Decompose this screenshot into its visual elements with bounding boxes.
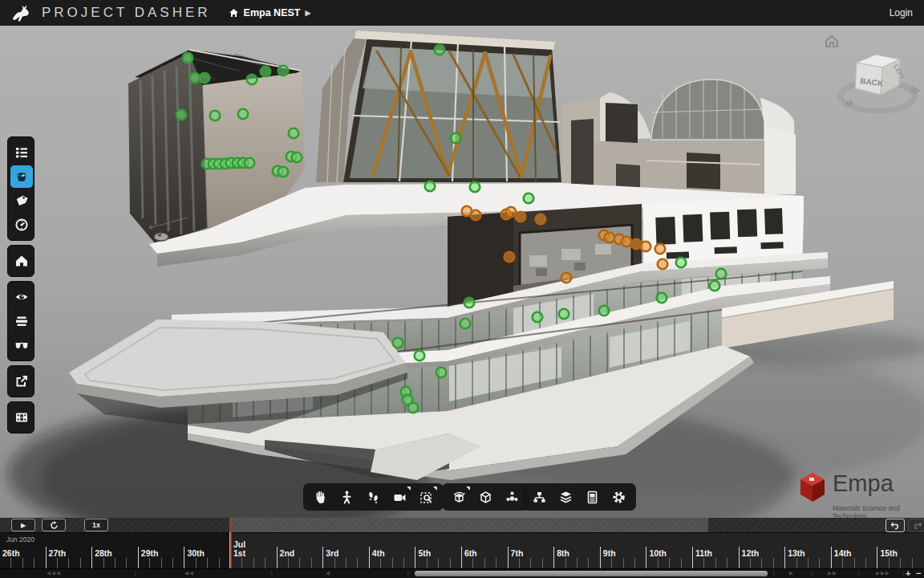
sensor-dot-green[interactable] xyxy=(200,73,210,83)
breadcrumb[interactable]: Empa NEST ▶ xyxy=(229,7,311,18)
timeline-scrollbar[interactable]: + − ◀◀◀❘◀◀❘◀❘❘▶❘▶▶❘▶▶▶❘ xyxy=(0,568,924,578)
timeline-zoom-out-button[interactable]: − xyxy=(916,568,921,578)
sensor-dot-green[interactable] xyxy=(278,167,289,177)
sensor-dot-green[interactable] xyxy=(435,45,445,55)
model-list-button[interactable] xyxy=(10,141,33,164)
settings-gear-icon xyxy=(611,490,626,505)
sensor-dot-green[interactable] xyxy=(599,306,610,316)
sensor-dot-green[interactable] xyxy=(436,368,447,378)
timeline-scroll-step[interactable]: ❘ xyxy=(902,570,906,576)
timeline-scroll-step[interactable]: ▶ xyxy=(789,570,794,576)
sensor-dot-green[interactable] xyxy=(710,281,720,291)
sensor-dot-green[interactable] xyxy=(533,312,543,323)
timeline-scroll-step[interactable]: ◀◀◀ xyxy=(47,570,61,576)
sensor-dot-green[interactable] xyxy=(716,269,727,279)
viewcube-home-button[interactable] xyxy=(826,36,837,47)
sensor-dot-orange[interactable] xyxy=(655,244,666,254)
cube-view-button[interactable] xyxy=(473,485,498,509)
model-tree-button[interactable] xyxy=(527,485,552,509)
timeline-scroll-step[interactable]: ❘ xyxy=(406,570,411,576)
xray-glasses-button[interactable] xyxy=(10,334,33,356)
share-button[interactable] xyxy=(10,370,33,393)
redo-button[interactable] xyxy=(908,519,924,532)
sensor-dot-green[interactable] xyxy=(292,153,302,163)
sensor-dot-orange[interactable] xyxy=(631,239,642,250)
timeline-scroll-step[interactable]: ❘ xyxy=(772,570,776,576)
sensor-dot-green[interactable] xyxy=(559,309,569,320)
walk-button[interactable] xyxy=(334,485,359,509)
sensor-dot-green[interactable] xyxy=(289,128,299,139)
loop-button[interactable] xyxy=(42,519,66,531)
timeline-scroll-step[interactable]: ◀ xyxy=(326,570,330,576)
timeline-transport-strip[interactable]: ▶ 1x xyxy=(0,518,924,532)
sensor-dot-green[interactable] xyxy=(238,109,249,120)
properties-button[interactable] xyxy=(580,485,605,509)
sensor-dot-green[interactable] xyxy=(524,193,534,204)
sensor-dot-orange[interactable] xyxy=(536,214,546,225)
timeline-scroll-step[interactable]: ▶▶▶ xyxy=(876,570,890,576)
tags-button[interactable] xyxy=(10,189,33,212)
explode-button[interactable] xyxy=(500,485,525,509)
pan-hand-button[interactable] xyxy=(308,485,333,509)
timeline-scroll-step[interactable]: ◀◀ xyxy=(184,570,194,576)
timeline-scroll-step[interactable]: ❘ xyxy=(133,570,138,576)
sensor-dot-green[interactable] xyxy=(408,403,419,413)
sensor-dot-orange[interactable] xyxy=(561,273,572,283)
sensor-dot-orange[interactable] xyxy=(641,242,651,252)
sensor-dot-green[interactable] xyxy=(210,111,221,121)
timeline-scroll-step[interactable]: ❘ xyxy=(857,570,861,576)
sensor-dot-orange[interactable] xyxy=(622,237,632,247)
play-button[interactable]: ▶ xyxy=(11,519,35,531)
sensor-dot-green[interactable] xyxy=(261,67,271,77)
sensor-dot-orange[interactable] xyxy=(505,252,515,263)
sensor-dot-orange[interactable] xyxy=(658,259,668,270)
timeline-current-marker[interactable] xyxy=(229,518,232,568)
home-view-button[interactable] xyxy=(10,250,33,272)
timeline-scroll-step[interactable]: ❘ xyxy=(810,570,815,576)
footprints-button[interactable] xyxy=(361,485,386,509)
sensor-dot-green[interactable] xyxy=(425,181,436,192)
sensor-dot-green[interactable] xyxy=(247,75,257,85)
zoom-window-button[interactable] xyxy=(414,485,439,509)
sensor-dot-green[interactable] xyxy=(470,182,480,193)
sensor-dot-green[interactable] xyxy=(464,298,475,308)
sensor-dot-green[interactable] xyxy=(245,158,255,169)
timeline-scroll-step[interactable]: ❘ xyxy=(270,570,274,576)
sensor-dot-orange[interactable] xyxy=(605,233,615,243)
viewcube[interactable]: N W BACK LEFT xyxy=(820,31,922,120)
sensor-dot-green[interactable] xyxy=(460,319,471,329)
camera-button[interactable] xyxy=(387,485,412,509)
sensor-dot-orange[interactable] xyxy=(516,212,526,222)
building-model-canvas[interactable] xyxy=(0,26,924,518)
orbit-button[interactable] xyxy=(447,485,472,509)
login-button[interactable]: Login xyxy=(890,7,913,18)
timeline-ruler[interactable]: Jun 2020 26th27th28th29th30th1stJul2nd3r… xyxy=(0,532,924,569)
chevron-right-icon[interactable]: ▶ xyxy=(305,9,310,17)
timeline-minor-tick xyxy=(796,558,797,569)
sensor-dot-green[interactable] xyxy=(278,66,289,76)
viewport-3d[interactable]: N W BACK LEFT xyxy=(0,26,924,518)
undo-button[interactable] xyxy=(886,519,905,532)
sensor-dot-green[interactable] xyxy=(415,351,425,361)
settings-button[interactable] xyxy=(606,485,631,509)
video-button[interactable] xyxy=(10,406,33,429)
layers-button[interactable] xyxy=(553,485,578,509)
timeline-day-label: 6th xyxy=(464,548,477,558)
speed-button[interactable]: 1x xyxy=(84,519,108,531)
sensor-dot-orange[interactable] xyxy=(506,207,517,218)
sensor-dot-orange[interactable] xyxy=(471,210,481,221)
surface-shading-button[interactable] xyxy=(10,165,33,188)
visibility-button[interactable] xyxy=(10,286,33,308)
sensor-dot-green[interactable] xyxy=(657,293,667,303)
sensor-dot-green[interactable] xyxy=(176,110,187,120)
timeline-scroll-step[interactable]: ▶▶ xyxy=(828,570,837,576)
sensor-dot-green[interactable] xyxy=(393,338,403,348)
time-dial-button[interactable] xyxy=(10,214,33,236)
timeline-scrollbar-thumb[interactable] xyxy=(415,571,768,576)
sensor-dot-green[interactable] xyxy=(183,53,193,63)
levels-button[interactable] xyxy=(10,310,33,332)
layers-icon xyxy=(558,490,573,505)
viewcube-cube[interactable]: BACK LEFT xyxy=(855,55,906,95)
sensor-dot-green[interactable] xyxy=(676,258,687,268)
sensor-dot-green[interactable] xyxy=(451,133,461,144)
